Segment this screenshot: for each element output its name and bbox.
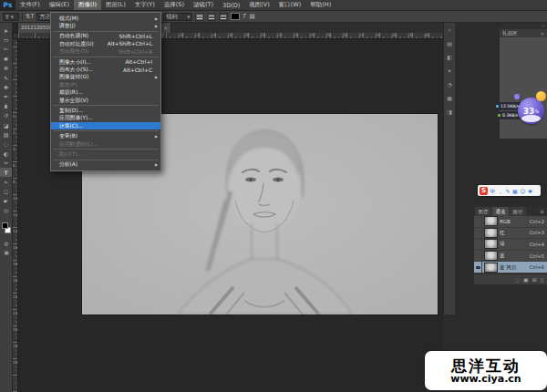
clone-stamp-tool[interactable]: ♜ (0, 101, 12, 110)
sogou-emoji-icon[interactable]: ☺ (520, 187, 525, 195)
menu-item-calculations[interactable]: 计算(C)... (51, 122, 160, 129)
channel-row-blue[interactable]: 蓝 Ctrl+5 (474, 251, 547, 263)
collapse-dock-icon[interactable]: » (448, 26, 451, 34)
lasso-tool[interactable]: ✂ (0, 45, 12, 54)
menubar-edit[interactable]: 编辑(E) (45, 0, 74, 10)
menu-item-analysis[interactable]: 分析(A) ▶ (51, 161, 160, 169)
visibility-column[interactable] (474, 262, 482, 273)
sogou-logo[interactable]: S (480, 187, 488, 195)
align-right-button[interactable] (219, 13, 228, 21)
menu-item-reveal-all[interactable]: 显示全部(V) (51, 97, 160, 104)
crop-tool[interactable]: ✜ (0, 64, 12, 73)
menubar-type[interactable]: 文字(Y) (130, 0, 160, 10)
dodge-tool[interactable]: ◐ (0, 149, 12, 158)
menubar-layer[interactable]: 图层(L) (101, 0, 130, 10)
watermark: 思洋互动 www.ciya.cn (425, 351, 547, 390)
visibility-column[interactable] (474, 251, 482, 262)
save-selection-icon[interactable]: ▣ (523, 275, 529, 284)
close-icon[interactable]: × (163, 25, 168, 31)
dock-panel-icon-histogram[interactable]: ▦ (447, 95, 452, 102)
ruler-number: 36 (391, 33, 408, 38)
menubar-select[interactable]: 选择(S) (160, 0, 189, 10)
dock-panel-icon-styles[interactable]: ✦ (447, 67, 451, 75)
align-center-button[interactable] (207, 13, 216, 21)
channel-row-blue-copy[interactable]: 蓝 拷贝 Ctrl+6 (474, 262, 547, 273)
ruler-number: 22 (13, 294, 18, 311)
text-orientation-icon[interactable]: ⇅T (26, 13, 34, 20)
visibility-column[interactable] (474, 228, 482, 239)
menu-item-adjustments[interactable]: 调整(J) ▶ (51, 22, 160, 29)
sogou-ime-toolbar: S 中，✎▦☺✚ (478, 185, 541, 196)
quick-mask-button[interactable]: ◍ (0, 239, 13, 247)
collapsed-panel-dock: »▤◧✦◔▦◨ (443, 23, 455, 315)
brush-tool[interactable]: ✒ (0, 92, 12, 101)
channel-row-red[interactable]: 红 Ctrl+3 (474, 228, 547, 240)
path-selection-tool[interactable]: ➣ (0, 177, 12, 186)
type-tool[interactable]: T (0, 168, 12, 177)
ruler-number: 24 (13, 311, 18, 327)
menubar-image[interactable]: 图像(I) (74, 0, 101, 10)
visibility-column[interactable] (474, 216, 482, 227)
dock-panel-icon-color[interactable]: ▤ (447, 40, 452, 47)
menubar-file[interactable]: 文件(F) (15, 0, 45, 10)
collapse-icon[interactable]: − (542, 24, 545, 28)
menubar-window[interactable]: 窗口(W) (274, 0, 306, 10)
dock-panel-icon-navigator[interactable]: ◨ (447, 108, 452, 116)
align-left-button[interactable] (195, 13, 204, 21)
ruler-number: 22 (276, 33, 293, 38)
menu-item-auto-color[interactable]: 自动颜色(O) Shift+Ctrl+B (51, 48, 160, 56)
tab-channels[interactable]: 通道 (492, 207, 509, 216)
ruler-number: 38 (408, 33, 424, 38)
vertical-ruler[interactable]: 024681012141618202224262830 (13, 39, 18, 392)
dock-panel-icon-info[interactable]: ◔ (447, 81, 451, 88)
menu-item-trap[interactable]: 陷印(T)... (51, 150, 160, 158)
eyedropper-tool[interactable]: ✎ (0, 73, 12, 82)
warp-text-icon[interactable]: T (243, 13, 248, 20)
ruler-number: 20 (13, 278, 18, 294)
chevron-down-icon: ▼ (11, 15, 14, 19)
tab-paths[interactable]: 路径 (510, 207, 526, 216)
visibility-column[interactable] (474, 239, 482, 250)
net-speed-widget[interactable]: 12.5KB/s 0.3KB/s 33 % (493, 91, 547, 128)
healing-brush-tool[interactable]: ✚ (0, 82, 12, 91)
anti-alias-select[interactable]: 锐利 ▼ (163, 13, 192, 21)
shape-tool[interactable]: ◻ (0, 187, 12, 196)
marquee-tool[interactable]: ▭ (0, 35, 12, 44)
menu-item-apply-data-set[interactable]: 应用数据组(L)... (51, 140, 160, 148)
dock-panel-icon-adjustments[interactable]: ◧ (447, 54, 452, 61)
toggle-panels-icon[interactable]: ▤ (249, 13, 254, 20)
load-selection-icon[interactable]: ◌ (515, 275, 520, 284)
menubar-help[interactable]: 帮助(H) (305, 0, 335, 10)
menubar-view[interactable]: 视图(V) (244, 0, 274, 10)
tool-preset-picker[interactable]: T ▼ (3, 13, 19, 21)
zoom-tool[interactable]: ◎ (0, 205, 12, 214)
sogou-mode-icon[interactable]: 中 (490, 187, 496, 195)
menubar-3d[interactable]: 3D(D) (218, 0, 244, 10)
gradient-tool[interactable]: ▨ (0, 129, 12, 139)
panel-menu-icon[interactable]: ≡ (541, 31, 544, 36)
new-channel-icon[interactable]: ⊞ (532, 275, 537, 284)
channel-row-green[interactable]: 绿 Ctrl+4 (474, 239, 547, 251)
sogou-keyboard-icon[interactable]: ▦ (512, 187, 518, 195)
eraser-tool[interactable]: ◪ (0, 120, 12, 129)
ruler-number: 28 (13, 344, 18, 360)
sogou-punctuation-icon[interactable]: ， (498, 187, 503, 195)
hand-tool[interactable]: ☛ (0, 196, 12, 205)
pen-tool[interactable]: ✑ (0, 158, 12, 167)
move-tool[interactable]: ➤ (0, 26, 12, 35)
screen-mode-button[interactable]: ▣ (0, 248, 13, 256)
quick-selection-tool[interactable]: ✱ (0, 54, 12, 63)
blur-tool[interactable]: ◌ (0, 139, 12, 149)
watermark-title: 思洋互动 (451, 357, 521, 374)
sogou-skin-icon[interactable]: ✎ (506, 187, 511, 195)
text-color-swatch[interactable] (231, 13, 240, 20)
tab-layers[interactable]: 图层 (475, 207, 491, 216)
channel-row-rgb[interactable]: RGB Ctrl+2 (474, 216, 547, 228)
menubar-filter[interactable]: 滤镜(T) (189, 0, 218, 10)
acceleration-ball[interactable]: 33 % (518, 98, 544, 124)
history-brush-tool[interactable]: ↺ (0, 111, 12, 120)
sogou-toolbox-icon[interactable]: ✚ (528, 187, 532, 195)
panel-menu-icon[interactable]: ≡ (537, 207, 547, 216)
delete-channel-icon[interactable]: ▯ (541, 275, 543, 284)
foreground-color-swatch[interactable] (2, 222, 8, 229)
